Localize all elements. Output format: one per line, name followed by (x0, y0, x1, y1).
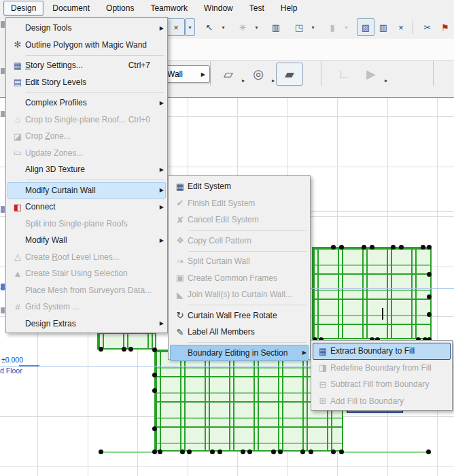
column-tool-button[interactable]: ▮ (324, 18, 341, 36)
menu-item-crop-to-single-plane-roof[interactable]: ⌂Crop to Single-plane Roof...Ctrl+0 (7, 112, 166, 129)
tracker-tool-button[interactable]: × (167, 18, 185, 36)
selection-handle-dot[interactable] (427, 312, 432, 317)
elevation-tool-button[interactable]: ▱ (215, 63, 242, 86)
menu-item-story-settings[interactable]: ▦Story Settings...Ctrl+7 (7, 57, 166, 74)
menu-item-modify-curtain-wall[interactable]: Modify Curtain Wall▶ (7, 182, 166, 199)
menu-item-redefine-boundary-from-fill[interactable]: ◨Redefine Boundary from Fill (313, 360, 451, 377)
ruler-button[interactable]: ▥ (267, 18, 285, 36)
selection-handle-dot[interactable] (128, 347, 133, 352)
selection-handle-dot[interactable] (399, 245, 404, 250)
menu-item-edit-system[interactable]: ▦Edit System (170, 178, 309, 195)
split-scissors-button[interactable]: ✂ (419, 18, 436, 36)
rotate-3d-tool-button[interactable]: ◎ (245, 63, 272, 86)
menubar-item-document[interactable]: Document (45, 1, 97, 16)
selection-handle-dot[interactable] (247, 449, 252, 454)
selection-handle-dot[interactable] (122, 347, 126, 352)
menu-item-copy-cell-pattern[interactable]: ❖Copy Cell Pattern (170, 233, 309, 250)
menu-item-grid-system[interactable]: #Grid System ... (7, 299, 166, 316)
menu-item-add-fill-to-boundary[interactable]: ⊞Add Fill to Boundary (313, 393, 451, 410)
selection-handle-dot[interactable] (152, 388, 157, 393)
hatch-tool-button[interactable]: ▨ (357, 18, 374, 36)
menu-item-subtract-fill-from-boundary[interactable]: ⊟Subtract Fill from Boundary (313, 376, 451, 393)
selection-handle-dot[interactable] (362, 245, 366, 250)
menubar-item-window[interactable]: Window (196, 1, 241, 16)
menu-item-label-all-members[interactable]: ✎Label All Members (170, 324, 309, 341)
selection-handle-dot[interactable] (426, 449, 431, 454)
toolbox-wall-button[interactable]: Wall ▶ (162, 65, 210, 83)
selection-handle-dot[interactable] (300, 449, 305, 454)
tracker-dropdown-button[interactable]: ▾ (185, 18, 195, 36)
selection-handle-dot[interactable] (187, 449, 192, 454)
menu-item-create-common-frames[interactable]: ▣Create Common Frames (170, 270, 309, 287)
menu-item-cancel-edit-system[interactable]: ✘Cancel Edit System (170, 211, 309, 228)
corner-mode-button[interactable]: ∟ (330, 63, 357, 86)
menu-item-design-tools[interactable]: Design Tools▶ (7, 20, 166, 37)
selection-handle-dot[interactable] (309, 449, 313, 454)
toolbox-icon-fragment (1, 284, 5, 290)
menu-item-split-into-single-plane-roofs[interactable]: Split into Single-plane Roofs (7, 216, 166, 233)
polygon-select-tool-button[interactable]: ▰ (276, 63, 303, 86)
snap-dropdown-button[interactable]: ▾ (251, 18, 262, 36)
menu-item-split-curtain-wall[interactable]: ▫▪Split Curtain Wall (170, 253, 309, 270)
selection-handle-dot[interactable] (99, 347, 103, 352)
selection-handle-dot[interactable] (339, 245, 344, 250)
selection-dropdown-button[interactable]: ▾ (218, 18, 228, 36)
menubar-item-design[interactable]: Design (3, 1, 43, 16)
fit-button[interactable]: × (392, 18, 410, 36)
menu-item-edit-story-levels[interactable]: ▤Edit Story Levels (7, 74, 166, 91)
layers-button[interactable]: ◳ (290, 18, 308, 36)
menubar-item-help[interactable]: Help (273, 1, 305, 16)
menu-item-place-mesh-from-surveyors-data[interactable]: Place Mesh from Surveyors Data... (7, 282, 166, 299)
selection-handle-dot[interactable] (217, 449, 222, 454)
selection-handle-dot[interactable] (180, 449, 185, 454)
curtain-wall-block[interactable] (312, 247, 432, 339)
dimension-12-button[interactable]: ▥ (374, 18, 392, 36)
play-mode-button[interactable]: ▶ (357, 63, 385, 86)
selection-handle-dot[interactable] (241, 449, 245, 454)
selection-handle-dot[interactable] (210, 449, 215, 454)
selection-handle-dot[interactable] (391, 245, 396, 250)
selection-handle-dot[interactable] (331, 449, 336, 454)
menu-item-modify-wall[interactable]: Modify Wall▶ (7, 232, 166, 249)
menubar-item-options[interactable]: Options (99, 1, 141, 16)
layers-dropdown-button[interactable]: ▾ (308, 18, 318, 36)
menu-item-crop-zone[interactable]: ◪Crop Zone... (7, 128, 166, 145)
selection-handle-dot[interactable] (331, 245, 336, 250)
selection-handle-dot[interactable] (370, 245, 374, 250)
selection-handle-dot[interactable] (152, 449, 157, 454)
menu-item-complex-profiles[interactable]: Complex Profiles▶ (7, 95, 166, 112)
selection-handle-dot[interactable] (152, 426, 157, 431)
selection-handle-dot[interactable] (427, 272, 432, 277)
menubar-item-test[interactable]: Test (242, 1, 272, 16)
menu-item-boundary-editing-in-section[interactable]: Boundary Editing in Section▶ (170, 345, 309, 362)
stair-icon: ▲ (10, 269, 25, 278)
adjust-axe-button[interactable]: ⚑ (436, 18, 454, 36)
menu-item-connect[interactable]: ◧Connect▶ (7, 199, 166, 216)
selection-handle-dot[interactable] (427, 245, 432, 250)
menu-item-create-stair-using-selection[interactable]: ▲Create Stair Using Selection (7, 265, 166, 282)
menu-item-curtain-wall-free-rotate[interactable]: ↻Curtain Wall Free Rotate (170, 307, 309, 324)
menu-item-join-wall-s-to-curtain-wall[interactable]: ◣Join Wall(s) to Curtain Wall... (170, 286, 309, 303)
curtain-wall-block[interactable] (97, 331, 156, 350)
menu-item-design-extras[interactable]: Design Extras▶ (7, 316, 166, 333)
toolbar-divider (433, 61, 434, 86)
selection-handle-dot[interactable] (152, 347, 157, 352)
menu-item-finish-edit-system[interactable]: ✔Finish Edit System (170, 195, 309, 212)
snap-grid-button[interactable]: ✳ (234, 18, 251, 36)
menubar-item-teamwork[interactable]: Teamwork (143, 1, 195, 16)
selection-handle-dot[interactable] (339, 449, 344, 454)
selection-handle-dot[interactable] (158, 449, 162, 454)
menu-item-outline-polygon-with-magic-wand[interactable]: ✻Outline Polygon with Magic Wand (7, 37, 166, 54)
selection-handle-dot[interactable] (271, 449, 276, 454)
selection-handle-dot[interactable] (152, 373, 157, 377)
selection-handle-dot[interactable] (427, 294, 432, 299)
column-dropdown-button[interactable]: ▾ (341, 18, 351, 36)
menu-item-update-zones[interactable]: ▭Update Zones... (7, 145, 166, 162)
selection-tool-button[interactable]: ↖ (200, 18, 218, 36)
menu-item-extract-boundary-to-fill[interactable]: ▦Extract Boundary to Fill (313, 343, 451, 360)
selection-handle-dot[interactable] (99, 449, 103, 454)
selection-handle-dot[interactable] (421, 245, 425, 250)
menu-item-create-roof-level-lines[interactable]: △Create Roof Level Lines... (7, 249, 166, 266)
menu-item-align-3d-texture[interactable]: Align 3D Texture▶ (7, 161, 166, 178)
selection-handle-dot[interactable] (278, 449, 283, 454)
